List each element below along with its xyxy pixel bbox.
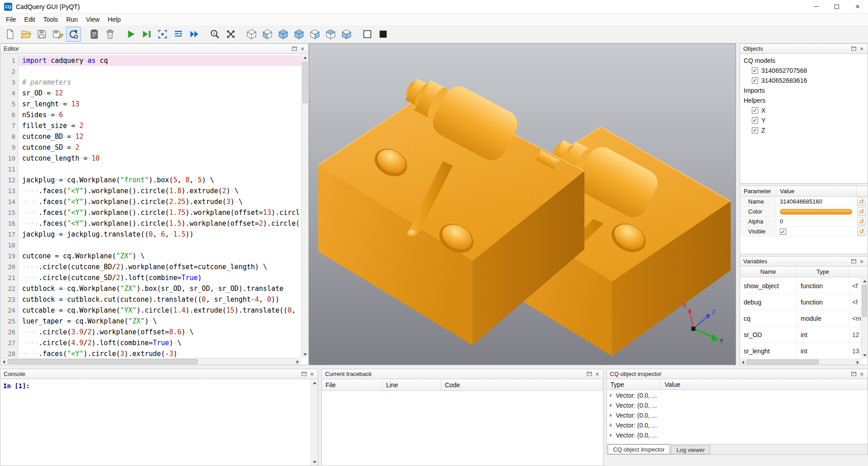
code-line-18[interactable] [19,240,308,251]
toolbar-view-back-button[interactable] [276,27,291,42]
code-line-20[interactable]: ····.circle(cutcone_BD/2).workplane(offs… [19,262,308,272]
menu-item-tools[interactable]: Tools [39,14,62,24]
close-panel-button[interactable]: × [298,45,307,52]
objects-tree-item[interactable]: ✓3140652707568 [740,66,868,76]
toolbar-view-top-button[interactable] [323,27,338,42]
menu-item-run[interactable]: Run [62,14,82,24]
code-line-19[interactable]: cutcone·=·cq.Workplane("ZX")·\ [19,251,308,262]
float-panel-button[interactable] [849,371,858,378]
properties-column-value[interactable]: Value [776,186,857,196]
editor-vertical-scrollbar[interactable] [301,54,308,358]
tab-cq-object-inspector[interactable]: CQ object inspector [608,444,670,454]
code-line-16[interactable]: ····.faces("<Y").workplane().circle(1.5)… [19,218,308,229]
checkbox[interactable]: ✓ [752,77,758,84]
objects-tree-item[interactable]: ✓3140652683616 [740,76,868,86]
toolbar-save-button[interactable] [34,27,49,42]
reset-button[interactable]: ↺ [857,197,866,206]
code-line-25[interactable]: luer_taper·=·cq.Workplane("ZX")·\ [19,316,308,327]
menu-item-edit[interactable]: Edit [20,14,39,24]
variable-row-sr_lenght[interactable]: sr_lenghtint13 [740,343,861,359]
expand-arrow-icon[interactable] [610,404,612,407]
code-line-9[interactable]: cutcone_SD·=·2 [19,142,308,153]
scroll-right-arrow[interactable] [855,359,861,365]
variables-horizontal-scrollbar[interactable] [740,359,861,365]
menu-item-file[interactable]: File [2,14,20,24]
code-line-10[interactable]: cutcone_length·=·10 [19,153,308,164]
scrollbar-thumb[interactable] [8,359,198,364]
inspector-row[interactable]: Vector: (0.0, ... [607,400,868,410]
code-line-23[interactable]: cutblock·=·cutblock.cut(cutcone).transla… [19,294,308,305]
code-line-17[interactable]: jackplug·=·jackplug.translate((0,·6,·1.5… [19,229,308,240]
expand-arrow-icon[interactable] [610,394,612,397]
inspector-column-type[interactable]: Type [607,379,661,390]
code-line-14[interactable]: ····.faces("<Y").workplane().circle(2.25… [19,196,308,207]
close-panel-button[interactable]: × [858,371,866,378]
toolbar-clean-console-button[interactable] [87,27,102,42]
objects-tree-section-cq-models[interactable]: CQ models [740,56,868,66]
console-output[interactable]: In [1]: [0,380,311,466]
toolbar-autoreload-button[interactable] [66,27,81,42]
float-panel-button[interactable] [290,45,298,52]
float-panel-button[interactable] [585,371,593,378]
variable-row-sr_OD[interactable]: sr_ODint12 [740,327,861,343]
checkbox[interactable]: ✓ [752,127,758,133]
toolbar-view-bottom-button[interactable] [339,27,354,42]
close-panel-button[interactable]: × [858,45,866,52]
variables-column-name[interactable]: Name [740,266,797,277]
expand-arrow-icon[interactable] [610,433,612,437]
code-line-4[interactable]: sr_OD·=·12 [19,88,308,99]
code-line-8[interactable]: cutcone_BD·=·12 [19,131,308,142]
scroll-right-arrow[interactable] [294,358,301,365]
code-line-5[interactable]: sr_lenght·=·13 [19,99,308,109]
scroll-left-arrow[interactable] [740,359,746,365]
traceback-column-line[interactable]: Line [382,379,441,390]
code-line-6[interactable]: nSides·=·6 [19,109,308,120]
objects-tree-item[interactable]: ✓Z [740,125,868,135]
float-panel-button[interactable] [300,371,308,378]
toolbar-new-file-button[interactable] [3,27,18,42]
variables-vertical-scrollbar[interactable] [861,278,868,359]
checkbox[interactable]: ✓ [752,117,758,124]
toolbar-run-button[interactable] [123,27,138,42]
expand-arrow-icon[interactable] [610,414,612,417]
objects-tree-section-imports[interactable]: Imports [740,86,868,95]
maximize-button[interactable] [826,0,847,13]
property-value[interactable]: ✓ [776,227,857,236]
close-panel-button[interactable]: × [593,371,601,378]
code-line-7[interactable]: fillet_size·=·2 [19,120,308,131]
inspector-row[interactable]: Vector: (0.0, ... [607,410,868,420]
toolbar-fit-view-button[interactable] [223,27,238,42]
toolbar-delete-objects-button[interactable] [103,27,118,42]
variable-row-debug[interactable]: debugfunction<f [740,294,861,310]
objects-tree-section-helpers[interactable]: Helpers [740,95,868,105]
toolbar-step-button[interactable] [187,27,202,42]
scrollbar-thumb[interactable] [862,285,867,317]
code-line-2[interactable] [19,66,308,77]
toolbar-toc-button[interactable] [171,27,186,42]
code-line-13[interactable]: ····.faces("<Y").workplane().circle(1.8)… [19,185,308,196]
toolbar-view-left-button[interactable] [292,27,307,42]
code-line-1[interactable]: import·cadquery·as·cq [19,55,308,66]
scroll-down-arrow[interactable] [302,351,308,358]
traceback-column-file[interactable]: File [322,379,382,390]
scroll-left-arrow[interactable] [0,358,7,365]
console-vertical-scrollbar[interactable] [311,380,318,466]
color-swatch[interactable] [780,209,852,214]
menu-item-help[interactable]: Help [104,14,125,24]
float-panel-button[interactable] [849,45,858,52]
close-button[interactable]: × [847,0,868,13]
scroll-down-arrow[interactable] [311,459,318,466]
code-line-12[interactable]: jackplug·=·cq.Workplane("front").box(5,·… [19,175,308,185]
property-value[interactable]: 3140646685160 [776,197,857,206]
variable-row-cq[interactable]: cqmodule<m [740,310,861,327]
scroll-down-arrow[interactable] [861,352,868,359]
variables-column-type[interactable]: Type [797,266,849,277]
reset-button[interactable]: ↺ [857,227,866,236]
viewport-3d[interactable]: X Z Y [309,43,736,365]
scroll-up-arrow[interactable] [311,380,318,386]
toolbar-view-right-button[interactable] [307,27,322,42]
code-line-26[interactable]: ····.circle(3.9/2).workplane(offset=8.6)… [19,327,308,338]
scroll-up-arrow[interactable] [861,278,868,285]
inspector-column-value[interactable]: Value [661,379,868,390]
tab-log-viewer[interactable]: Log viewer [671,445,710,454]
